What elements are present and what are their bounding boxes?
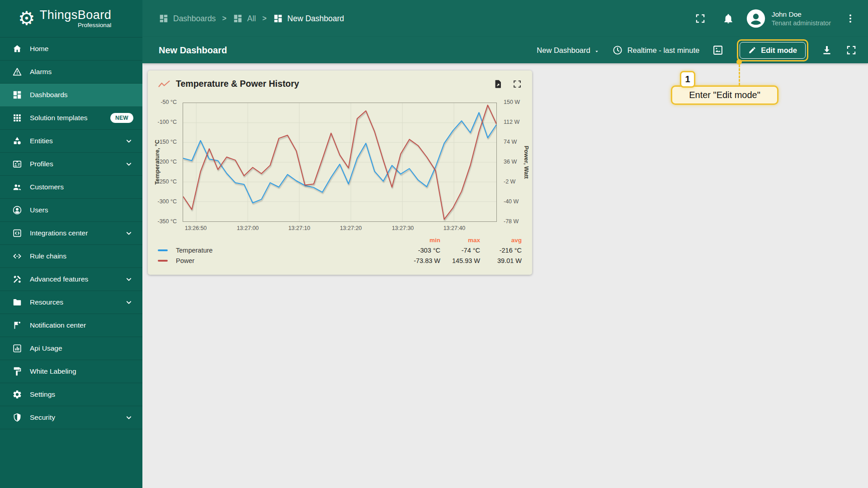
background-image-icon[interactable]	[712, 44, 724, 56]
sidebar-item-label: Rule chains	[30, 252, 66, 260]
user-avatar[interactable]	[746, 9, 766, 28]
y-left-tick: -100 °C	[148, 119, 177, 125]
chart-plot-area[interactable]	[183, 103, 497, 222]
logo[interactable]: ⚙ ThingsBoard Professional	[0, 0, 142, 37]
annotation-step-badge: 1	[680, 71, 695, 88]
x-tick: 13:27:10	[279, 225, 320, 231]
sidebar-item-label: Users	[30, 206, 48, 214]
user-block[interactable]: John Doe Tenant administrator	[772, 10, 831, 28]
sidebar-item-label: Settings	[30, 390, 55, 399]
sidebar-item-notification-center[interactable]: Notification center	[0, 314, 142, 337]
dashboards-icon	[273, 14, 283, 23]
user-role: Tenant administrator	[772, 19, 831, 28]
person-icon	[12, 205, 22, 215]
legend-swatch-power	[158, 260, 168, 262]
page-title: New Dashboard	[159, 45, 227, 56]
flag-icon	[12, 320, 22, 330]
annotation-connector-dot	[736, 59, 742, 65]
y-left-tick: -300 °C	[148, 198, 177, 205]
chevron-down-icon	[124, 275, 133, 284]
toolbar-fullscreen-icon[interactable]	[845, 44, 857, 56]
breadcrumb-item-dashboards[interactable]: Dashboards	[159, 14, 216, 23]
dashboards-icon	[233, 14, 243, 23]
breadcrumb-label: New Dashboard	[288, 14, 344, 23]
legend-header-avg: avg	[480, 237, 522, 244]
grid-icon	[12, 113, 22, 123]
user-name: John Doe	[772, 10, 831, 19]
sidebar-item-home[interactable]: Home	[0, 38, 142, 61]
logo-title: ThingsBoard	[40, 9, 112, 21]
dashboard-content: Temperature & Power History Temperature,…	[142, 63, 868, 488]
sidebar: ⚙ ThingsBoard Professional HomeAlarmsDas…	[0, 0, 142, 488]
legend-series-name[interactable]: Power	[176, 257, 397, 264]
sidebar-item-security[interactable]: Security	[0, 406, 142, 429]
sidebar-item-entities[interactable]: Entities	[0, 130, 142, 153]
widget-actions	[493, 79, 522, 89]
y-right-tick: -78 W	[504, 218, 519, 225]
sidebar-item-integrations-center[interactable]: Integrations center	[0, 222, 142, 245]
sidebar-item-label: Advanced features	[30, 275, 88, 283]
sidebar-item-alarms[interactable]: Alarms	[0, 61, 142, 84]
sidebar-item-label: Integrations center	[30, 229, 88, 237]
y-left-tick: -250 °C	[148, 178, 177, 185]
sidebar-item-label: Security	[30, 413, 55, 422]
sidebar-item-solution-templates[interactable]: Solution templatesNEW	[0, 107, 142, 130]
widget-fullscreen-icon[interactable]	[512, 79, 522, 89]
chart-line-icon	[158, 80, 170, 89]
dashboards-icon	[12, 90, 22, 100]
sidebar-item-label: Customers	[30, 183, 64, 191]
sidebar-item-settings[interactable]: Settings	[0, 383, 142, 406]
legend-header-min: min	[397, 237, 440, 244]
chevron-down-icon	[124, 160, 133, 169]
sidebar-item-label: Entities	[30, 137, 53, 145]
sidebar-item-profiles[interactable]: Profiles	[0, 153, 142, 176]
sidebar-item-dashboards[interactable]: Dashboards	[0, 84, 142, 107]
home-icon	[12, 44, 22, 54]
breadcrumb-item-new-dashboard[interactable]: New Dashboard	[273, 14, 344, 23]
sidebar-item-api-usage[interactable]: Api Usage	[0, 337, 142, 360]
fullscreen-icon[interactable]	[694, 13, 706, 24]
widget-header: Temperature & Power History	[148, 70, 532, 89]
y-right-tick: 36 W	[504, 159, 517, 165]
folder-icon	[12, 297, 22, 307]
timewindow-button[interactable]: Realtime - last minute	[612, 45, 700, 56]
sidebar-item-customers[interactable]: Customers	[0, 176, 142, 199]
edit-mode-label: Edit mode	[761, 46, 797, 55]
sidebar-item-white-labeling[interactable]: White Labeling	[0, 360, 142, 383]
breadcrumb-label: Dashboards	[173, 14, 216, 23]
download-icon[interactable]	[821, 44, 833, 56]
tools-icon	[12, 274, 22, 284]
legend-avg-value: 39.01 W	[480, 257, 522, 264]
y-left-tick: -50 °C	[148, 99, 177, 105]
sidebar-item-resources[interactable]: Resources	[0, 291, 142, 314]
logo-subtitle: Professional	[40, 22, 112, 28]
badge-icon	[12, 159, 22, 169]
more-menu-icon[interactable]	[844, 13, 856, 24]
legend-series-name[interactable]: Temperature	[176, 247, 397, 254]
x-tick: 13:27:20	[330, 225, 371, 231]
sidebar-item-rule-chains[interactable]: Rule chains	[0, 245, 142, 268]
notifications-bell-icon[interactable]	[722, 13, 734, 24]
legend-avg-value: -216 °C	[480, 247, 522, 254]
breadcrumb-item-all[interactable]: All	[233, 14, 256, 23]
pencil-icon	[748, 46, 756, 54]
legend-header-max: max	[440, 237, 480, 244]
chevron-down-icon	[124, 229, 133, 238]
dashboard-select[interactable]: New Dashboard	[537, 46, 599, 55]
breadcrumb-separator: >	[222, 14, 226, 23]
edit-mode-button[interactable]: Edit mode	[740, 42, 806, 59]
legend-max-value: 145.93 W	[440, 257, 480, 264]
chevron-down-icon	[124, 298, 133, 307]
export-file-icon[interactable]	[493, 79, 503, 89]
chart-widget[interactable]: Temperature & Power History Temperature,…	[148, 70, 532, 275]
breadcrumb-label: All	[247, 14, 256, 23]
sidebar-item-users[interactable]: Users	[0, 199, 142, 222]
topbar: Dashboards>All>New Dashboard John Doe Te…	[142, 0, 868, 37]
sidebar-item-advanced-features[interactable]: Advanced features	[0, 268, 142, 291]
y-left-tick: -150 °C	[148, 139, 177, 145]
dashboard-toolbar-right: New Dashboard Realtime - last minute Edi…	[537, 39, 857, 61]
legend-min-value: -303 °C	[397, 247, 440, 254]
dashboard-toolbar: New Dashboard New Dashboard Realtime - l…	[142, 37, 868, 63]
legend-swatch-temperature	[158, 249, 168, 252]
sidebar-item-label: Resources	[30, 298, 63, 306]
